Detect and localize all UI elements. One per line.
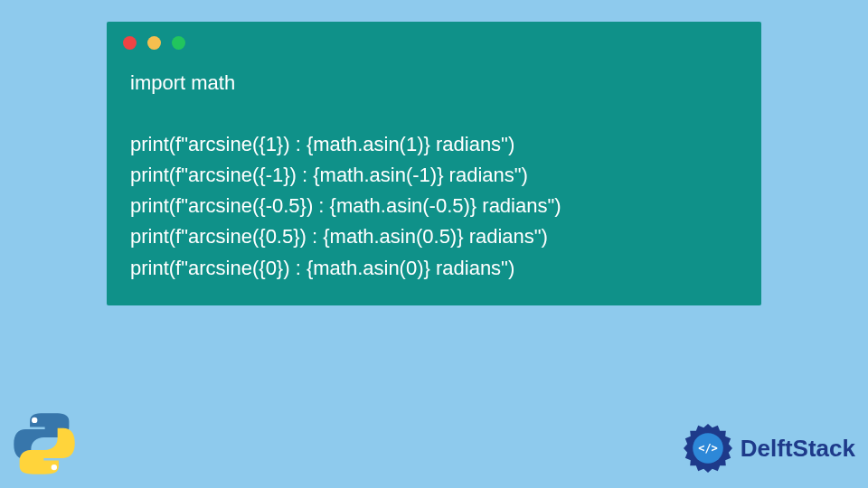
maximize-icon <box>172 36 185 50</box>
gear-badge-icon: </> <box>681 421 735 475</box>
svg-text:</>: </> <box>698 442 718 455</box>
python-logo-icon <box>13 412 76 475</box>
svg-point-0 <box>32 418 37 423</box>
svg-point-1 <box>52 465 57 470</box>
minimize-icon <box>147 36 161 50</box>
code-window: import math print(f"arcsine({1}) : {math… <box>107 22 761 305</box>
code-content: import math print(f"arcsine({1}) : {math… <box>107 57 761 284</box>
delftstack-logo: </> DelftStack <box>681 421 855 475</box>
window-controls <box>107 22 761 57</box>
close-icon <box>123 36 137 50</box>
brand-name: DelftStack <box>741 435 855 463</box>
